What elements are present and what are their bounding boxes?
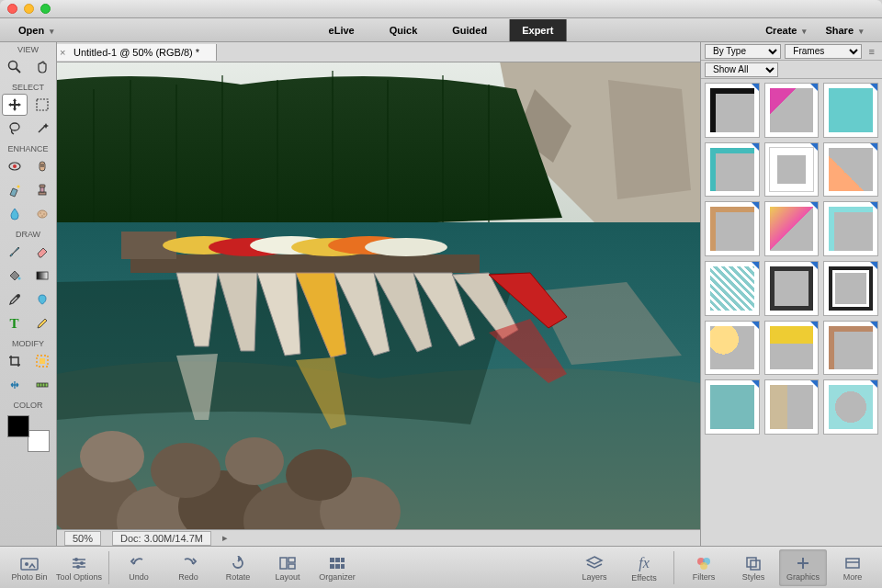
frame-thumbnail[interactable] — [764, 142, 820, 198]
graphics-thumbnails[interactable] — [701, 79, 882, 546]
svg-point-60 — [74, 558, 78, 561]
close-icon[interactable] — [7, 4, 17, 14]
spot-heal-tool[interactable] — [29, 155, 55, 177]
svg-point-15 — [40, 212, 41, 214]
tab-expert[interactable]: Expert — [509, 19, 566, 41]
frame-thumbnail[interactable] — [705, 142, 760, 198]
document-tabs: × Untitled-1 @ 50% (RGB/8) * — [57, 42, 700, 62]
maximize-icon[interactable] — [40, 4, 51, 14]
svg-point-74 — [700, 562, 707, 570]
filter-select[interactable]: Show All — [705, 62, 778, 77]
marquee-tool[interactable] — [29, 94, 55, 116]
sort-select[interactable]: By Type — [705, 44, 781, 59]
text-tool[interactable]: T — [2, 312, 28, 334]
zoom-tool[interactable] — [2, 56, 28, 78]
frame-thumbnail[interactable] — [823, 379, 878, 435]
hand-tool[interactable] — [29, 56, 55, 78]
color-swatches[interactable] — [7, 415, 50, 452]
move-tool[interactable] — [2, 94, 28, 116]
frame-thumbnail[interactable] — [823, 201, 878, 256]
frame-thumbnail[interactable] — [764, 201, 820, 256]
svg-rect-22 — [40, 358, 45, 364]
canvas[interactable] — [57, 62, 700, 529]
window-titlebar — [0, 0, 882, 18]
svg-point-0 — [8, 62, 17, 70]
effects-button[interactable]: fxEffects — [620, 549, 668, 586]
zoom-level[interactable]: 50% — [64, 531, 101, 546]
svg-point-53 — [225, 437, 284, 485]
status-bar: 50% Doc: 3.00M/14.7M ▸ — [57, 529, 700, 546]
eraser-tool[interactable] — [29, 241, 55, 263]
paint-bucket-tool[interactable] — [2, 265, 28, 287]
tab-quick[interactable]: Quick — [377, 19, 431, 41]
svg-point-14 — [38, 210, 47, 218]
straighten-tool[interactable] — [29, 374, 55, 396]
styles-button[interactable]: Styles — [729, 549, 777, 586]
frame-thumbnail[interactable] — [705, 201, 760, 256]
toolbox-section-draw: DRAW — [16, 230, 40, 239]
undo-button[interactable]: Undo — [115, 549, 163, 586]
toolbox-section-select: SELECT — [12, 83, 44, 92]
content-move-tool[interactable] — [2, 374, 28, 396]
tab-guided[interactable]: Guided — [439, 19, 500, 41]
frame-thumbnail[interactable] — [764, 83, 820, 138]
svg-rect-65 — [288, 564, 295, 569]
brush-tool[interactable] — [2, 241, 28, 263]
sponge-tool[interactable] — [29, 203, 55, 225]
layers-button[interactable]: Layers — [571, 549, 618, 586]
frame-thumbnail[interactable] — [823, 261, 878, 316]
document-tab[interactable]: × Untitled-1 @ 50% (RGB/8) * — [57, 44, 217, 61]
magic-wand-tool[interactable] — [29, 118, 55, 140]
frame-thumbnail[interactable] — [705, 83, 760, 138]
frame-thumbnail[interactable] — [705, 379, 760, 435]
svg-rect-70 — [335, 564, 340, 569]
create-menu[interactable]: Create — [758, 22, 814, 39]
custom-shape-tool[interactable] — [29, 288, 55, 311]
svg-rect-19 — [37, 272, 48, 279]
frame-thumbnail[interactable] — [823, 142, 878, 198]
blur-tool[interactable] — [2, 203, 28, 225]
frame-thumbnail[interactable] — [705, 261, 760, 316]
tab-elive[interactable]: eLive — [316, 19, 368, 41]
status-caret-icon[interactable]: ▸ — [222, 532, 228, 544]
open-menu[interactable]: Open — [11, 22, 62, 39]
background-color-swatch[interactable] — [28, 430, 50, 452]
graphics-button[interactable]: Graphics — [779, 549, 827, 586]
foreground-color-swatch[interactable] — [7, 415, 29, 437]
frame-thumbnail[interactable] — [764, 261, 820, 316]
lasso-tool[interactable] — [2, 118, 28, 140]
filters-button[interactable]: Filters — [680, 549, 728, 586]
frame-thumbnail[interactable] — [705, 321, 760, 376]
toolbox: VIEW SELECT ENHANCE DRAW — [0, 42, 57, 546]
svg-rect-13 — [40, 185, 45, 187]
recompose-tool[interactable] — [29, 350, 55, 372]
rotate-button[interactable]: Rotate — [214, 549, 262, 586]
menubar: Open eLive Quick Guided Expert Create Sh… — [0, 18, 882, 42]
redo-button[interactable]: Redo — [164, 549, 212, 586]
pencil-tool[interactable] — [29, 312, 55, 334]
tooloptions-button[interactable]: Tool Options — [55, 549, 103, 586]
gradient-tool[interactable] — [29, 265, 55, 287]
eyedropper-tool[interactable] — [2, 288, 28, 311]
close-tab-icon[interactable]: × — [55, 47, 70, 58]
frame-thumbnail[interactable] — [823, 321, 878, 376]
minimize-icon[interactable] — [24, 4, 34, 14]
panel-menu-icon[interactable]: ≡ — [865, 46, 878, 57]
crop-tool[interactable] — [2, 350, 28, 372]
clone-stamp-tool[interactable] — [29, 179, 55, 201]
svg-point-17 — [41, 215, 43, 217]
svg-rect-2 — [37, 99, 48, 110]
svg-rect-67 — [335, 558, 340, 562]
svg-point-56 — [25, 562, 28, 566]
more-button[interactable]: More — [829, 549, 876, 586]
frame-thumbnail[interactable] — [823, 83, 878, 138]
frame-thumbnail[interactable] — [764, 321, 820, 376]
organizer-button[interactable]: Organizer — [313, 549, 361, 586]
share-menu[interactable]: Share — [818, 22, 871, 39]
layout-button[interactable]: Layout — [264, 549, 311, 586]
category-select[interactable]: Frames — [785, 44, 861, 59]
redeye-tool[interactable] — [2, 155, 28, 177]
photobin-button[interactable]: Photo Bin — [6, 549, 53, 586]
smart-brush-tool[interactable] — [2, 179, 28, 201]
frame-thumbnail[interactable] — [764, 379, 820, 435]
